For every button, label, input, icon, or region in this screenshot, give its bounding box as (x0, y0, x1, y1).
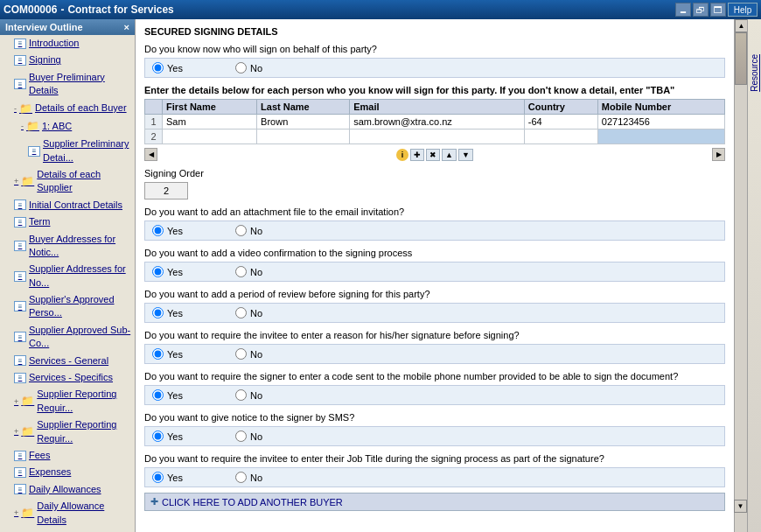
sidebar-item-expenses[interactable]: ≡ Expenses (0, 464, 135, 480)
minimize-button[interactable]: 🗕 (675, 3, 691, 17)
q7-no-radio[interactable] (235, 472, 247, 483)
q4-no[interactable]: No (235, 348, 262, 360)
cell-country-2[interactable] (524, 130, 597, 144)
sidebar-item-fees[interactable]: ≡ Fees (0, 447, 135, 464)
resource-label[interactable]: Resource (750, 54, 759, 92)
sidebar-header: Interview Outline × (0, 19, 135, 35)
sidebar-item-invoicing[interactable]: ≡ Invoicing (0, 528, 135, 532)
sidebar-item-buyer-prelim[interactable]: ≡ Buyer Preliminary Details (0, 69, 135, 100)
sidebar-item-initial-contract[interactable]: ≡ Initial Contract Details (0, 197, 135, 214)
cell-email-2[interactable] (350, 130, 525, 144)
cell-lastname[interactable]: Brown (257, 115, 350, 130)
q5-no[interactable]: No (235, 389, 262, 401)
q1-no[interactable]: No (235, 225, 262, 236)
sidebar-item-supplier-reporting-2[interactable]: + 📁 Supplier Reporting Requir... (0, 416, 135, 447)
q2-yes-radio[interactable] (152, 266, 164, 277)
signing-order-input[interactable] (144, 182, 188, 200)
cell-country[interactable]: -64 (524, 115, 597, 130)
doc-icon: ≡ (14, 217, 26, 228)
scroll-up-button[interactable]: ▲ (735, 19, 747, 32)
q2-yes[interactable]: Yes (152, 266, 183, 277)
q5-yes[interactable]: Yes (152, 389, 183, 401)
q3-no-label: No (250, 308, 262, 318)
scroll-down-button[interactable]: ▼ (734, 500, 747, 513)
cell-firstname[interactable]: Sam (163, 115, 257, 130)
q3-no-radio[interactable] (235, 307, 247, 318)
sidebar-item-1abc[interactable]: - 📁 1: ABC (0, 117, 135, 136)
title-separator: - (60, 4, 64, 16)
table-scroll-right[interactable]: ▶ (712, 148, 725, 161)
table-scroll-left[interactable]: ◀ (144, 148, 157, 161)
q6-no[interactable]: No (235, 430, 262, 442)
sidebar-item-services-general[interactable]: ≡ Services - General (0, 353, 135, 369)
add-buyer-button[interactable]: ✚ CLICK HERE TO ADD ANOTHER BUYER (144, 493, 725, 511)
restore-button[interactable]: 🗗 (693, 3, 709, 17)
q4-no-radio[interactable] (235, 348, 247, 360)
sidebar-content: ≡ Introduction ≡ Signing ≡ Buyer Prelimi… (0, 35, 135, 532)
party-yes-radio[interactable] (152, 62, 164, 74)
q4-yes[interactable]: Yes (152, 348, 183, 360)
sidebar-item-term[interactable]: ≡ Term (0, 214, 135, 230)
q1-no-radio[interactable] (235, 225, 247, 236)
q6-yes[interactable]: Yes (152, 430, 183, 442)
cell-mobile-2[interactable] (597, 130, 724, 144)
expand-icon: + (14, 508, 18, 519)
q2-no[interactable]: No (235, 266, 262, 277)
help-button[interactable]: Help (728, 3, 758, 17)
q7-no[interactable]: No (235, 472, 262, 483)
q5-yes-label: Yes (167, 390, 183, 401)
sidebar-item-supplier-approved-sub[interactable]: ≡ Supplier Approved Sub-Co... (0, 322, 135, 353)
q3-yes-radio[interactable] (152, 307, 164, 318)
table-move-up-button[interactable]: ▲ (442, 149, 457, 161)
table-row-2[interactable]: 2 (145, 130, 725, 144)
sidebar-item-supplier-prelim[interactable]: ≡ Supplier Preliminary Detai... (0, 136, 135, 166)
sidebar-item-supplier-reporting-1[interactable]: + 📁 Supplier Reporting Requir... (0, 386, 135, 416)
q3-no[interactable]: No (235, 307, 262, 318)
q4-yes-radio[interactable] (152, 348, 164, 360)
app-id: COM00006 (3, 4, 57, 16)
table-row[interactable]: 1 Sam Brown sam.brown@xtra.co.nz -64 027… (145, 115, 725, 130)
q5-no-radio[interactable] (235, 389, 247, 401)
q3-label: Do you want to add a period of review be… (144, 289, 725, 299)
doc-icon: ≡ (14, 241, 26, 251)
sidebar-item-details-each-buyer[interactable]: - 📁 Details of each Buyer (0, 100, 135, 118)
cell-email[interactable]: sam.brown@xtra.co.nz (350, 115, 525, 130)
sidebar-item-details-each-supplier[interactable]: + 📁 Details of each Supplier (0, 166, 135, 197)
q5-yes-radio[interactable] (152, 389, 164, 401)
q2-label: Do you want to add a video confirmation … (144, 248, 725, 258)
sidebar-item-supplier-addresses[interactable]: ≡ Supplier Addresses for No... (0, 261, 135, 291)
q6-yes-radio[interactable] (152, 430, 164, 442)
sidebar-item-supplier-approved-perso[interactable]: ≡ Supplier's Approved Perso... (0, 291, 135, 322)
table-add-button[interactable]: ✚ (410, 149, 424, 161)
q7-yes-radio[interactable] (152, 472, 164, 483)
q4-radio-row: Yes No (144, 344, 725, 364)
doc-icon: ≡ (14, 451, 26, 461)
party-no-radio[interactable] (235, 62, 247, 74)
scrollbar-thumb[interactable] (735, 32, 747, 85)
content-scroll-container: SECURED SIGNING DETAILS Do you know now … (136, 19, 747, 532)
cell-firstname-2[interactable] (163, 130, 257, 144)
sidebar-item-services-specifics[interactable]: ≡ Services - Specifics (0, 369, 135, 386)
party-no-option[interactable]: No (235, 62, 262, 74)
resource-bar[interactable]: Resource (747, 19, 761, 532)
cell-mobile[interactable]: 027123456 (597, 115, 724, 130)
sidebar-item-buyer-addresses[interactable]: ≡ Buyer Addresses for Notic... (0, 231, 135, 262)
doc-icon: ≡ (14, 373, 26, 383)
doc-icon: ≡ (14, 55, 26, 66)
q2-no-radio[interactable] (235, 266, 247, 277)
party-yes-option[interactable]: Yes (152, 62, 183, 74)
q6-no-radio[interactable] (235, 430, 247, 442)
table-remove-button[interactable]: ✖ (426, 149, 440, 161)
sidebar-item-daily-allowance-details[interactable]: + 📁 Daily Allowance Details (0, 498, 135, 528)
sidebar-item-daily-allowances[interactable]: ≡ Daily Allowances (0, 481, 135, 498)
q1-yes-radio[interactable] (152, 225, 164, 236)
sidebar-item-introduction[interactable]: ≡ Introduction (0, 35, 135, 52)
sidebar-item-signing[interactable]: ≡ Signing (0, 52, 135, 68)
q1-yes[interactable]: Yes (152, 225, 183, 236)
table-move-down-button[interactable]: ▼ (458, 149, 473, 161)
maximize-button[interactable]: 🗖 (710, 3, 726, 17)
sidebar-close-button[interactable]: × (124, 22, 129, 32)
q3-yes[interactable]: Yes (152, 307, 183, 318)
cell-lastname-2[interactable] (257, 130, 350, 144)
q7-yes[interactable]: Yes (152, 472, 183, 483)
